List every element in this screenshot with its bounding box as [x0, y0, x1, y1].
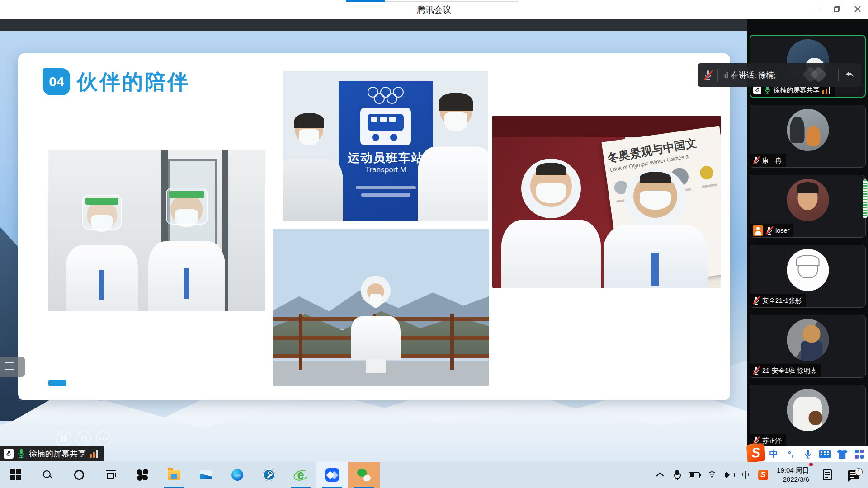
railing-post — [450, 314, 454, 370]
wechat-button[interactable] — [348, 462, 380, 488]
ime-keyboard-icon[interactable] — [816, 450, 834, 458]
mic-muted-icon — [753, 366, 760, 375]
ime-toolbox-icon[interactable] — [851, 450, 868, 459]
ie-browser-button[interactable]: e — [285, 462, 316, 488]
sogou-tray-icon[interactable]: S — [754, 462, 772, 488]
slide-title: 伙伴的陪伴 — [77, 68, 190, 95]
bus-pictogram — [360, 108, 411, 145]
restore-button[interactable] — [826, 0, 847, 18]
mic-muted-icon — [766, 226, 773, 235]
person-figure — [418, 93, 488, 221]
slide-page-indicator — [48, 380, 66, 386]
signal-bars-icon — [822, 86, 831, 94]
photo-mountain-overlook — [273, 229, 489, 386]
speaking-text: 正在讲话: 徐楠; — [723, 70, 776, 80]
notification-dot — [809, 463, 813, 466]
participant-name: 徐楠的屏幕共享 — [774, 86, 820, 94]
notification-count-badge: 1 — [855, 468, 863, 476]
edge-browser-button[interactable] — [222, 462, 253, 488]
participant-list: 徐楠的屏幕共享 康一冉 — [750, 35, 866, 455]
slide-grid-view-button[interactable] — [56, 431, 71, 446]
window-title: 腾讯会议 — [0, 0, 868, 19]
sign-small-text-line — [361, 193, 410, 197]
slide-zoom-button[interactable] — [76, 431, 91, 446]
photo-doorway-volunteers — [48, 150, 265, 311]
ime-toolbar: S 中 °, — [747, 446, 868, 462]
participant-tile[interactable]: 苏正泽 — [750, 385, 866, 448]
slide-more-button[interactable] — [96, 431, 111, 446]
participant-avatar — [787, 319, 829, 361]
person-figure — [351, 278, 401, 373]
tray-microphone-icon[interactable] — [669, 462, 684, 488]
person-figure — [283, 113, 343, 221]
screen-share-status-label: 徐楠的屏幕共享 — [0, 446, 104, 461]
participant-avatar — [787, 109, 829, 151]
action-center-button[interactable]: 1 — [839, 462, 868, 488]
clock[interactable]: 19:04 周日 2022/3/6 — [772, 462, 816, 488]
participant-label: 安全21-1张彤 — [750, 294, 806, 307]
sogou-logo-icon[interactable]: S — [746, 443, 766, 463]
cortana-button[interactable] — [63, 462, 95, 488]
reply-arrow-icon[interactable] — [844, 69, 855, 81]
mic-muted-icon[interactable] — [704, 70, 712, 80]
volume-icon[interactable] — [721, 462, 738, 488]
ime-indicator[interactable]: 中 — [738, 462, 754, 488]
sidebar-scrollbar[interactable] — [863, 179, 868, 218]
task-view-button[interactable] — [95, 462, 127, 488]
ime-voice-icon[interactable] — [799, 450, 816, 459]
olympic-rings-icon — [364, 86, 407, 104]
photo-transport-mall: 运动员班车站 Transport M — [283, 71, 488, 221]
start-button[interactable] — [0, 462, 32, 488]
participant-avatar — [787, 249, 829, 291]
hidden-icons-chevron[interactable] — [653, 462, 669, 488]
thumbnail-panel-handle[interactable] — [0, 357, 25, 377]
member-badge-icon — [753, 225, 763, 236]
participant-tile[interactable]: 康一冉 — [750, 105, 866, 168]
participant-tile[interactable]: loser — [750, 175, 866, 238]
participant-label: 康一冉 — [750, 154, 786, 167]
battery-icon[interactable] — [684, 462, 704, 488]
participant-name: 21-安全1班-徐明杰 — [762, 366, 817, 375]
participant-name: 康一冉 — [762, 156, 782, 165]
person-figure — [604, 172, 708, 288]
photo-exhibition-hall: 冬奥景观与中国文 Look of Olympic Winter Games a — [492, 116, 721, 288]
mic-muted-icon — [753, 156, 760, 165]
pinned-app-pinwheel[interactable] — [127, 462, 158, 488]
shared-screen-area: 04 伙伴的陪伴 — [0, 31, 747, 462]
tool-app-button[interactable] — [253, 462, 285, 488]
window-titlebar: 腾讯会议 — [0, 0, 868, 19]
search-button[interactable] — [32, 462, 63, 488]
participant-name: loser — [775, 227, 789, 234]
slide-section-badge: 04 — [43, 68, 70, 95]
screen-share-icon — [753, 86, 761, 94]
participant-tile[interactable]: 21-安全1班-徐明杰 — [750, 315, 866, 378]
person-figure — [148, 191, 225, 311]
participant-tile[interactable]: 安全21-1张彤 — [750, 245, 866, 308]
screen-share-status-text: 徐楠的屏幕共享 — [29, 448, 86, 459]
minimize-button[interactable] — [806, 0, 826, 18]
news-interests-button[interactable] — [816, 462, 839, 488]
participant-avatar — [787, 179, 829, 221]
sign-small-text-line — [356, 186, 416, 189]
participant-avatar — [787, 389, 829, 431]
person-figure — [66, 198, 138, 311]
participant-name: 安全21-1张彤 — [762, 296, 802, 305]
wifi-icon[interactable] — [704, 462, 721, 488]
meeting-logo-watermark — [801, 67, 833, 83]
participant-label: 21-安全1班-徐明杰 — [750, 364, 821, 377]
ime-punctuation-toggle[interactable]: °, — [782, 449, 799, 459]
mic-on-icon — [764, 86, 771, 94]
tencent-meeting-button[interactable] — [316, 462, 348, 488]
mic-on-icon — [17, 449, 25, 459]
presentation-slide: 04 伙伴的陪伴 — [18, 53, 730, 400]
letterbox-strip — [0, 19, 868, 31]
screen-share-icon — [4, 449, 14, 459]
speaking-notification-banner: 正在讲话: 徐楠; — [698, 63, 861, 87]
clock-date: 2022/3/6 — [777, 475, 809, 484]
close-button[interactable] — [847, 0, 868, 18]
participant-name: 苏正泽 — [762, 436, 782, 445]
ime-skin-icon[interactable] — [834, 450, 851, 459]
file-explorer-button[interactable] — [158, 462, 190, 488]
mail-app-button[interactable] — [190, 462, 222, 488]
ime-language-toggle[interactable]: 中 — [765, 448, 782, 460]
